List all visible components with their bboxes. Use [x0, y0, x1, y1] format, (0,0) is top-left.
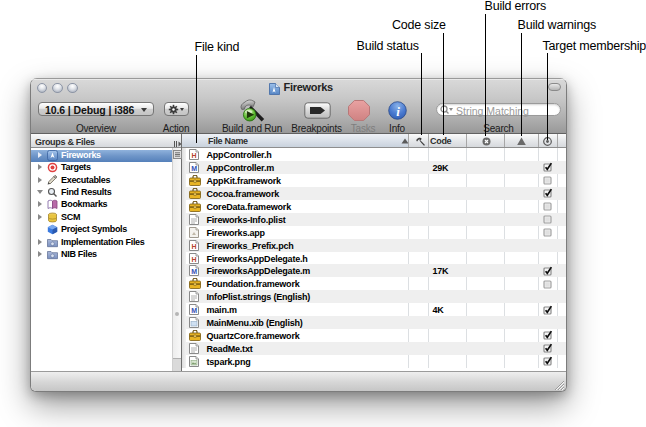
svg-text:i: i [396, 104, 400, 119]
svg-text:H: H [192, 256, 197, 263]
svg-text:H: H [192, 152, 197, 159]
svg-text:M: M [191, 165, 197, 172]
svg-text:M: M [191, 307, 197, 314]
svg-text:H: H [192, 243, 197, 250]
svg-text:M: M [191, 268, 197, 275]
